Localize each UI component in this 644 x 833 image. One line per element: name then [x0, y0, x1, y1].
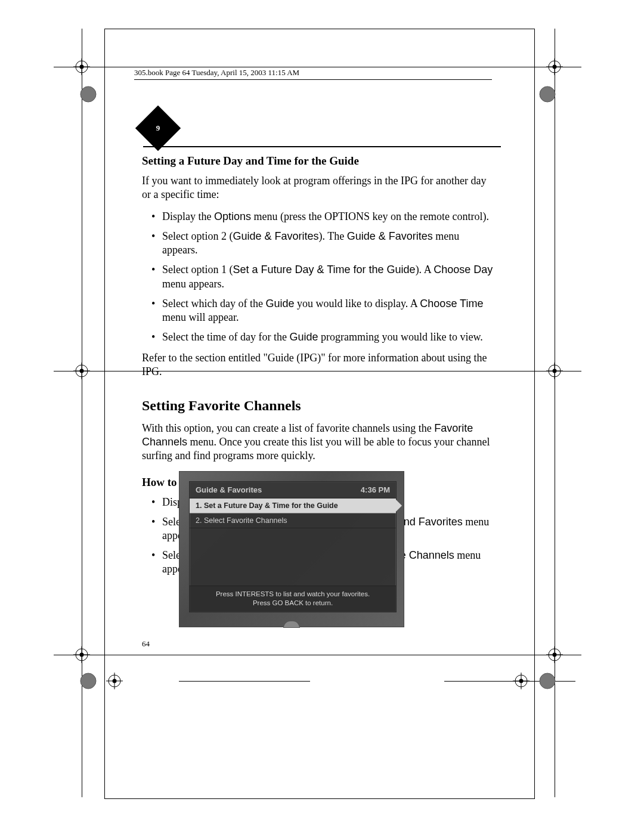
register-icon — [513, 673, 530, 689]
section-title: Setting Favorite Channels — [142, 397, 494, 415]
menu-item-selected[interactable]: 1. Set a Future Day & Time for the Guide — [190, 498, 396, 513]
dot-mark-icon — [79, 85, 97, 103]
svg-point-33 — [540, 86, 555, 102]
menu-titlebar: Guide & Favorites 4:36 PM — [190, 482, 396, 498]
register-icon — [73, 58, 90, 75]
list-item: Select the time of day for the Guide pro… — [162, 330, 494, 344]
svg-point-35 — [540, 673, 555, 689]
paragraph: If you want to immediately look at progr… — [142, 174, 494, 202]
svg-point-32 — [80, 86, 96, 102]
knob-icon — [283, 621, 300, 628]
menu-item[interactable]: 2. Select Favorite Channels — [190, 513, 396, 528]
register-icon — [73, 363, 90, 379]
crop-rule-bottom — [54, 655, 581, 655]
dot-mark-icon — [538, 85, 556, 103]
chapter-diamond: 9 — [135, 106, 181, 151]
menu-window: Guide & Favorites 4:36 PM 1. Set a Futur… — [189, 481, 397, 612]
list-item: Select which day of the Guide you would … — [162, 297, 494, 324]
menu-hint: Press INTERESTS to list and watch your f… — [190, 586, 396, 612]
dot-mark-icon — [79, 672, 97, 690]
header-line: 305.book Page 64 Tuesday, April 15, 2003… — [134, 68, 492, 80]
menu-clock: 4:36 PM — [361, 485, 390, 494]
register-icon — [546, 58, 563, 75]
list-item: Select option 1 (Set a Future Day & Time… — [162, 263, 494, 290]
crop-rule-footer-left — [179, 681, 310, 682]
register-icon — [546, 646, 563, 663]
svg-point-34 — [80, 673, 96, 689]
register-icon — [546, 363, 563, 379]
page: 305.book Page 64 Tuesday, April 15, 2003… — [0, 0, 644, 833]
chapter-number: 9 — [142, 112, 174, 144]
list-item: Select option 2 (Guide & Favorites). The… — [162, 230, 494, 257]
register-icon — [73, 646, 90, 663]
list-item: Display the Options menu (press the OPTI… — [162, 210, 494, 224]
menu-title-text: Guide & Favorites — [196, 485, 262, 494]
chapter-rule — [143, 146, 501, 147]
dot-mark-icon — [538, 672, 556, 690]
bullet-list: Display the Options menu (press the OPTI… — [142, 210, 494, 343]
embedded-screenshot: Guide & Favorites 4:36 PM 1. Set a Futur… — [179, 471, 404, 627]
crop-rule-top — [54, 67, 581, 67]
paragraph: With this option, you can create a list … — [142, 422, 494, 463]
page-number: 64 — [142, 639, 150, 649]
register-icon — [106, 673, 123, 689]
section-heading: Setting a Future Day and Time for the Gu… — [142, 154, 494, 168]
paragraph: Refer to the section entitled "Guide (IP… — [142, 351, 494, 379]
